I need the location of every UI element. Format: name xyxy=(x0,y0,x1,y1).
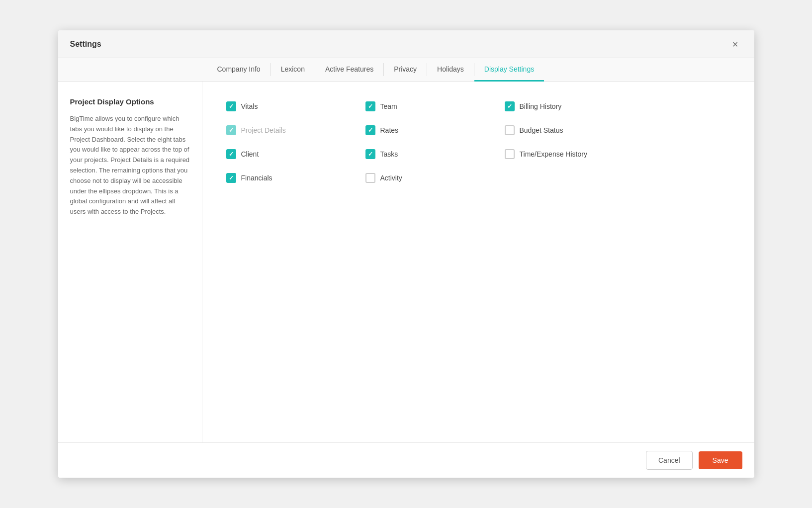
checkbox-financials[interactable]: ✓ xyxy=(226,173,236,183)
checkbox-time-expense-history[interactable] xyxy=(505,149,515,159)
save-button[interactable]: Save xyxy=(699,451,742,469)
option-client[interactable]: ✓ Client xyxy=(226,149,346,159)
option-billing-history[interactable]: ✓ Billing History xyxy=(505,101,624,111)
tab-privacy[interactable]: Privacy xyxy=(384,58,427,82)
tab-company-info[interactable]: Company Info xyxy=(207,58,271,82)
checkbox-activity[interactable] xyxy=(365,173,375,183)
content-area: ✓ Vitals ✓ Team ✓ Billing History xyxy=(202,82,754,442)
modal-body: Project Display Options BigTime allows y… xyxy=(58,82,754,442)
option-label-client: Client xyxy=(241,150,259,158)
checkbox-budget-status[interactable] xyxy=(505,125,515,135)
option-team[interactable]: ✓ Team xyxy=(365,101,485,111)
option-project-details[interactable]: ✓ Project Details xyxy=(226,125,346,135)
option-label-time-expense-history: Time/Expense History xyxy=(520,150,587,158)
modal-footer: Cancel Save xyxy=(58,442,754,478)
modal-header: Settings × xyxy=(58,30,754,58)
option-activity[interactable]: Activity xyxy=(365,173,485,183)
option-label-billing-history: Billing History xyxy=(520,102,562,110)
option-vitals[interactable]: ✓ Vitals xyxy=(226,101,346,111)
cancel-button[interactable]: Cancel xyxy=(646,451,693,470)
settings-modal: Settings × Company Info Lexicon Active F… xyxy=(58,30,754,478)
tab-lexicon[interactable]: Lexicon xyxy=(271,58,315,82)
option-label-team: Team xyxy=(380,102,397,110)
option-financials[interactable]: ✓ Financials xyxy=(226,173,346,183)
checkbox-vitals[interactable]: ✓ xyxy=(226,101,236,111)
checkbox-tasks[interactable]: ✓ xyxy=(365,149,375,159)
checkbox-client[interactable]: ✓ xyxy=(226,149,236,159)
option-label-financials: Financials xyxy=(241,174,272,182)
option-label-rates: Rates xyxy=(380,126,399,134)
option-budget-status[interactable]: Budget Status xyxy=(505,125,624,135)
option-label-vitals: Vitals xyxy=(241,102,258,110)
checkbox-project-details[interactable]: ✓ xyxy=(226,125,236,135)
close-button[interactable]: × xyxy=(728,37,742,51)
sidebar: Project Display Options BigTime allows y… xyxy=(58,82,202,442)
tab-active-features[interactable]: Active Features xyxy=(315,58,383,82)
checkbox-rates[interactable]: ✓ xyxy=(365,125,375,135)
tab-display-settings[interactable]: Display Settings xyxy=(474,58,544,82)
option-label-tasks: Tasks xyxy=(380,150,398,158)
sidebar-title: Project Display Options xyxy=(70,97,190,106)
tab-holidays[interactable]: Holidays xyxy=(427,58,474,82)
tabs-bar: Company Info Lexicon Active Features Pri… xyxy=(58,58,754,82)
option-rates[interactable]: ✓ Rates xyxy=(365,125,485,135)
checkbox-billing-history[interactable]: ✓ xyxy=(505,101,515,111)
modal-title: Settings xyxy=(70,40,101,49)
options-grid: ✓ Vitals ✓ Team ✓ Billing History xyxy=(226,101,624,183)
option-label-budget-status: Budget Status xyxy=(520,126,563,134)
option-label-project-details: Project Details xyxy=(241,126,286,134)
checkbox-team[interactable]: ✓ xyxy=(365,101,375,111)
sidebar-description: BigTime allows you to configure which ta… xyxy=(70,114,190,217)
option-label-activity: Activity xyxy=(380,174,402,182)
option-time-expense-history[interactable]: Time/Expense History xyxy=(505,149,624,159)
option-tasks[interactable]: ✓ Tasks xyxy=(365,149,485,159)
